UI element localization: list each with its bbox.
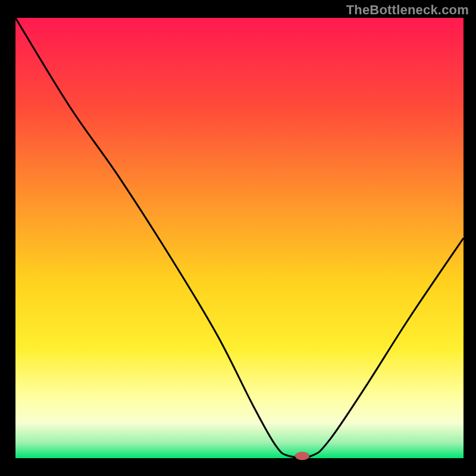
chart-frame: TheBottleneck.com bbox=[0, 0, 476, 476]
bottleneck-chart bbox=[0, 0, 476, 476]
optimum-marker bbox=[295, 452, 309, 460]
gradient-background bbox=[15, 18, 464, 458]
